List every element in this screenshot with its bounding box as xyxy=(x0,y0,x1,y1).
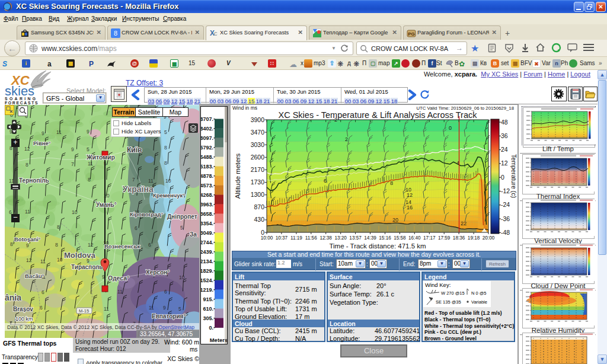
svg-text:48: 48 xyxy=(501,119,508,126)
svg-text:18:36: 18:36 xyxy=(453,235,465,241)
svg-text:2170: 2170 xyxy=(251,166,265,173)
svg-text:Temperature (c): Temperature (c) xyxy=(510,154,517,198)
svg-text:8: 8 xyxy=(164,160,167,166)
svg-text:36: 36 xyxy=(501,132,508,139)
svg-text:5: 5 xyxy=(164,129,167,135)
svg-text:14:39: 14:39 xyxy=(364,235,376,241)
svg-text:-36: -36 xyxy=(501,215,510,222)
svg-text:6: 6 xyxy=(135,225,138,231)
svg-text:2744.: 2744. xyxy=(200,240,213,245)
svg-text:12: 12 xyxy=(24,146,30,152)
svg-text:FORECASTS: FORECASTS xyxy=(5,101,39,105)
svg-text:8: 8 xyxy=(390,180,393,186)
svg-text:9: 9 xyxy=(71,146,74,152)
svg-text:17:17: 17:17 xyxy=(423,235,436,241)
svg-text:17:59: 17:59 xyxy=(438,235,451,241)
svg-text:9: 9 xyxy=(41,130,44,136)
svg-text:3900: 3900 xyxy=(251,116,265,123)
svg-text:3658.: 3658. xyxy=(200,211,213,217)
svg-text:0.: 0. xyxy=(209,325,213,331)
svg-text:11:56: 11:56 xyxy=(305,235,317,241)
svg-text:-48: -48 xyxy=(501,229,510,236)
svg-text:19:18: 19:18 xyxy=(468,235,480,241)
svg-text:2134.: 2134. xyxy=(200,258,213,264)
svg-text:5183.: 5183. xyxy=(200,164,213,170)
svg-text:-24: -24 xyxy=(501,201,510,208)
svg-text:20:00: 20:00 xyxy=(483,235,495,241)
svg-text:11: 11 xyxy=(149,305,154,311)
svg-text:N 0 @5: N 0 @5 xyxy=(471,290,487,296)
svg-text:SOARING: SOARING xyxy=(5,97,38,101)
svg-text:8: 8 xyxy=(25,162,28,168)
svg-text:8: 8 xyxy=(10,241,13,247)
svg-text:c: c xyxy=(214,30,218,37)
svg-text:12: 12 xyxy=(501,159,508,167)
svg-text:Bacău°: Bacău° xyxy=(25,273,44,279)
svg-text:Одеса°: Одеса° xyxy=(108,274,129,282)
svg-text:20: 20 xyxy=(392,217,398,223)
svg-text:ânia: ânia xyxy=(5,293,21,302)
svg-text:15:16: 15:16 xyxy=(379,235,391,241)
svg-text:5: 5 xyxy=(178,306,181,312)
svg-text:Тирасполь: Тирасполь xyxy=(71,264,103,270)
svg-text:Умань°: Умань° xyxy=(96,202,117,208)
svg-text:3030: 3030 xyxy=(251,141,265,148)
svg-text:Житомир: Житомир xyxy=(86,154,115,161)
svg-text:3049.: 3049. xyxy=(200,230,213,236)
svg-text:12: 12 xyxy=(88,242,94,248)
svg-text:3354.: 3354. xyxy=(200,221,213,226)
svg-text:5488.: 5488. xyxy=(200,154,213,160)
svg-text:Meters: Meters xyxy=(210,337,228,343)
svg-text:Вознесенськ: Вознесенськ xyxy=(104,243,140,250)
svg-text:13:57: 13:57 xyxy=(349,235,362,241)
svg-text:8402.: 8402. xyxy=(200,126,213,132)
svg-text:12: 12 xyxy=(407,192,413,198)
svg-text:Wind in ms: Wind in ms xyxy=(232,105,257,111)
svg-text:Херсон°: Херсон° xyxy=(146,269,170,276)
svg-text:2600: 2600 xyxy=(251,154,265,161)
svg-text:8: 8 xyxy=(57,224,60,230)
svg-text:Україна: Україна xyxy=(123,184,154,194)
svg-text:Altitude meters: Altitude meters xyxy=(234,153,241,199)
svg-text:11: 11 xyxy=(25,209,30,215)
svg-text:610.: 610. xyxy=(203,306,213,312)
svg-text:0: 0 xyxy=(501,174,504,181)
svg-text:8707.: 8707. xyxy=(200,116,213,122)
svg-text:8: 8 xyxy=(164,145,167,151)
svg-text:5: 5 xyxy=(87,146,90,152)
svg-text:8: 8 xyxy=(114,30,117,37)
svg-text:Time - Track distance: 471.5 k: Time - Track distance: 471.5 km xyxy=(329,242,426,250)
svg-text:7: 7 xyxy=(132,177,135,183)
svg-text:11: 11 xyxy=(56,129,62,135)
svg-text:10: 10 xyxy=(179,274,185,280)
svg-text:1219.: 1219. xyxy=(200,287,213,293)
svg-text:4573.: 4573. xyxy=(200,183,213,189)
svg-text:PG: PG xyxy=(408,31,415,37)
svg-text:305.: 305. xyxy=(203,315,213,321)
svg-text:33.26564, 47.30675: 33.26564, 47.30675 xyxy=(140,331,193,337)
svg-text:430: 430 xyxy=(254,216,264,223)
svg-text:6: 6 xyxy=(164,289,167,295)
svg-text:24: 24 xyxy=(501,146,508,153)
svg-text:11: 11 xyxy=(104,306,109,312)
svg-text:M-15: M-15 xyxy=(79,308,89,314)
svg-text:16: 16 xyxy=(407,205,413,210)
svg-text:11:19: 11:19 xyxy=(290,235,302,241)
svg-text:9: 9 xyxy=(26,242,29,248)
svg-text:Евпатория°: Евпатория° xyxy=(152,313,186,320)
svg-text:1730: 1730 xyxy=(251,178,265,186)
svg-text:870: 870 xyxy=(254,203,264,210)
svg-text:1829.: 1829. xyxy=(200,268,213,274)
svg-text:10:00: 10:00 xyxy=(261,235,273,241)
svg-text:Moldova: Moldova xyxy=(64,251,95,260)
svg-text:6: 6 xyxy=(40,305,43,311)
svg-text:11: 11 xyxy=(117,289,123,295)
svg-text:Кременчук°: Кременчук° xyxy=(153,192,185,199)
svg-text:22: 22 xyxy=(461,221,467,226)
svg-text:11: 11 xyxy=(148,178,154,184)
svg-text:4268.: 4268. xyxy=(200,192,213,198)
svg-text:0: 0 xyxy=(449,125,452,131)
svg-text:4878.: 4878. xyxy=(200,173,213,179)
svg-text:Рівне°: Рівне° xyxy=(33,140,51,146)
svg-text:За: За xyxy=(190,231,197,238)
